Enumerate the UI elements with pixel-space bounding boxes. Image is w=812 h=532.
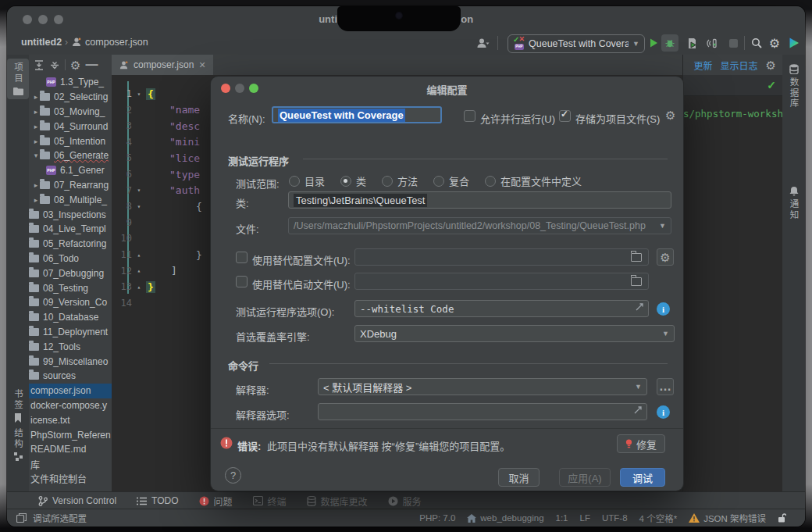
tree-item[interactable]: 05_Refactoring (29, 237, 112, 252)
breadcrumb-file[interactable]: composer.json (85, 37, 148, 48)
fold-marker-icon[interactable]: ▴ (132, 252, 146, 259)
toolwindow-database-changes-button[interactable]: 数据库更改 (307, 495, 368, 508)
minimize-window-button[interactable] (38, 15, 48, 24)
allow-parallel-checkbox[interactable] (464, 110, 475, 122)
chevron-right-icon[interactable]: ▸ (32, 93, 40, 101)
collapse-all-icon[interactable] (49, 60, 60, 70)
run-configuration-select[interactable]: PHP ✓ ✕ QueueTest with Coverage ▼ (508, 34, 645, 53)
toolwindow-database-button[interactable]: 数据库 (782, 64, 805, 109)
coverage-engine-select[interactable]: XDebug ▼ (354, 325, 675, 342)
tab-composer-json[interactable]: composer.json ✕ (112, 55, 213, 75)
tree-item[interactable]: 文件和控制台 (29, 472, 112, 487)
radio-icon[interactable] (289, 176, 300, 187)
run-button[interactable] (645, 34, 662, 52)
fix-button[interactable]: 修复 (617, 434, 665, 453)
breadcrumb-project[interactable]: untitled2 (21, 37, 62, 48)
tree-item[interactable]: 99_Miscellaneo (29, 354, 112, 369)
stop-button[interactable] (725, 34, 742, 52)
tree-item[interactable]: 03_Inspections (29, 207, 112, 222)
toolwindow-structure-button[interactable]: 结构 (7, 428, 29, 461)
interpreter-browse-button[interactable]: … (657, 378, 674, 395)
store-options-gear-icon[interactable]: ⚙ (665, 109, 675, 121)
settings-gear-icon[interactable]: ⚙ (766, 34, 783, 52)
tree-item[interactable]: ▸05_Intention (29, 134, 112, 148)
tree-item[interactable]: 11_Deployment (29, 325, 112, 340)
help-button[interactable]: ? (225, 467, 241, 484)
toolwindow-services-button[interactable]: 服务 (388, 495, 422, 508)
store-as-project-file-checkbox[interactable] (559, 110, 571, 122)
show-log-link[interactable]: 显示日志 (721, 59, 758, 72)
interpreter-select[interactable]: < 默认项目解释器 > ▼ (318, 378, 647, 395)
tree-item[interactable]: 08_Testing (29, 280, 112, 295)
tree-item[interactable]: README.md (29, 442, 112, 457)
folder-browse-icon[interactable] (631, 277, 642, 286)
tree-item[interactable]: ▸08_Multiple_ (29, 192, 112, 207)
chevron-down-icon[interactable]: ▾ (32, 152, 40, 159)
zoom-window-button[interactable] (54, 15, 63, 24)
caret-position-widget[interactable]: 1:1 (556, 513, 568, 523)
scope-radio-option[interactable]: 复合 (433, 173, 469, 188)
tree-item[interactable]: ▸03_Moving_ (29, 105, 112, 120)
ide-feature-logo-icon[interactable] (785, 34, 803, 52)
run-with-coverage-button[interactable] (683, 34, 700, 52)
tree-item[interactable]: 10_Database (29, 310, 112, 325)
chevron-right-icon[interactable]: ▸ (32, 196, 40, 204)
name-input[interactable]: QueueTest with Coverage (272, 106, 442, 123)
alt-bootstrap-input[interactable] (354, 273, 649, 290)
tree-item[interactable]: 库 (29, 457, 112, 472)
scope-radio-option[interactable]: 目录 (289, 173, 325, 188)
chevron-right-icon[interactable]: ▸ (32, 123, 40, 130)
chevron-right-icon[interactable]: ▸ (32, 137, 40, 145)
toolwindow-project-button[interactable]: 项目 (7, 59, 29, 99)
tree-item[interactable]: ▸04_Surround (29, 119, 112, 134)
tree-item[interactable]: 09_Version_Co (29, 295, 112, 310)
debug-button[interactable] (661, 34, 678, 52)
fold-marker-icon[interactable]: ▾ (132, 91, 146, 98)
runner-options-info-button[interactable]: i (657, 302, 670, 316)
radio-icon[interactable] (340, 176, 351, 187)
tree-item[interactable]: composer.json (29, 384, 112, 398)
update-link[interactable]: 更新 (694, 59, 713, 72)
radio-icon[interactable] (382, 176, 393, 187)
profiler-button[interactable] (703, 34, 721, 52)
expand-field-icon[interactable] (634, 406, 642, 414)
tree-item[interactable]: 12_Tools (29, 339, 112, 354)
scope-radio-option[interactable]: 方法 (382, 173, 418, 188)
fold-marker-icon[interactable]: ▴ (132, 267, 146, 274)
tree-item[interactable]: ▸02_Selecting (29, 90, 112, 105)
fold-marker-icon[interactable]: ▴ (132, 284, 146, 291)
tree-item[interactable]: PHP6.1_Gener (29, 163, 112, 178)
runner-options-input[interactable]: --whitelist Code (354, 300, 649, 317)
tree-item[interactable]: 07_Debugging (29, 266, 112, 280)
file-combobox[interactable]: /Users/maczhuli/PhpstormProjects/untitle… (288, 217, 671, 234)
tree-item[interactable]: ▾06_Generate (29, 148, 112, 163)
select-opened-file-icon[interactable] (34, 60, 45, 70)
toolwindow-todo-button[interactable]: TODO (137, 495, 178, 506)
encoding-widget[interactable]: UTF-8 (602, 513, 628, 523)
fold-marker-icon[interactable]: ▾ (132, 187, 146, 194)
scope-radio-option[interactable]: 类 (340, 173, 366, 188)
interpreter-options-info-button[interactable]: i (657, 405, 670, 419)
apply-button[interactable]: 应用(A) (559, 468, 611, 487)
fold-marker-icon[interactable]: ▾ (132, 203, 146, 210)
close-window-button[interactable] (23, 15, 32, 24)
user-accounts-icon[interactable] (474, 34, 491, 52)
toolwindow-problems-button[interactable]: 问题 (199, 495, 233, 508)
radio-icon[interactable] (433, 176, 444, 187)
debug-confirm-button[interactable]: 调试 (620, 468, 665, 487)
alt-bootstrap-checkbox[interactable] (236, 276, 248, 287)
tree-item[interactable]: PHP1.3_Type_ (29, 75, 112, 90)
search-everywhere-icon[interactable] (748, 34, 765, 52)
tree-item[interactable]: 04_Live_Templ (29, 222, 112, 237)
alt-config-input[interactable] (354, 248, 649, 266)
php-version-widget[interactable]: PHP: 7.0 (419, 513, 455, 523)
toolwindow-version-control-button[interactable]: Version Control (38, 495, 116, 506)
json-schema-widget[interactable]: JSON 架构错误 (689, 512, 766, 524)
toolwindow-notifications-button[interactable]: 通知 (782, 186, 805, 220)
expand-field-icon[interactable] (636, 303, 643, 311)
lock-widget[interactable] (778, 513, 786, 523)
class-input[interactable]: Testing\JetBrains\QueueTest (288, 191, 671, 209)
deployment-widget[interactable]: web_debugging (467, 513, 543, 523)
tree-item[interactable]: sources (29, 369, 112, 384)
close-tab-icon[interactable]: ✕ (198, 60, 205, 70)
